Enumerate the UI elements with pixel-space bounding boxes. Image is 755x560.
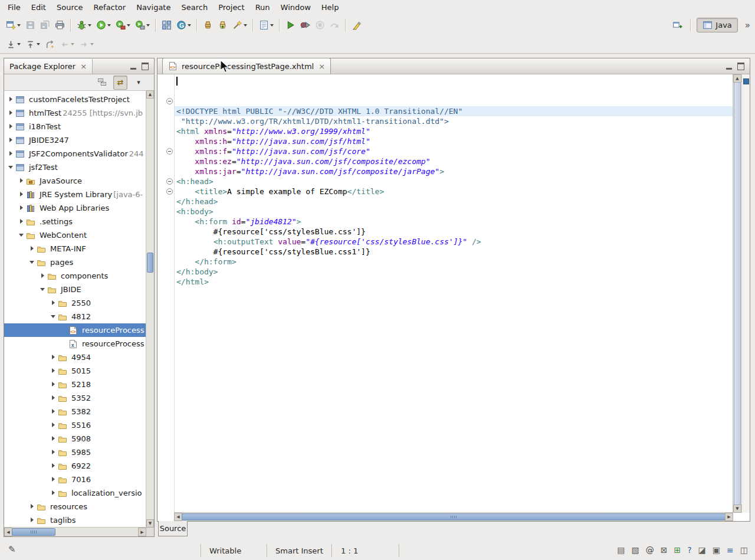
tree-item-meta-inf[interactable]: META-INF <box>4 242 146 256</box>
maximize-icon[interactable] <box>737 63 744 70</box>
minimize-icon[interactable] <box>130 63 136 70</box>
dropdown-caret-icon[interactable] <box>127 24 130 27</box>
dropdown-caret-icon[interactable] <box>37 43 40 45</box>
toolbar-overflow-chevron[interactable]: » <box>740 20 753 31</box>
expander-icon[interactable] <box>29 500 37 513</box>
menu-run[interactable]: Run <box>250 1 275 14</box>
scroll-up-icon[interactable]: ▲ <box>733 74 741 83</box>
menu-edit[interactable]: Edit <box>26 1 51 14</box>
menu-project[interactable]: Project <box>213 1 250 14</box>
minimize-icon[interactable] <box>726 63 732 70</box>
collapse-all-button[interactable] <box>95 76 109 90</box>
tree-item-5218[interactable]: 5218 <box>4 378 146 391</box>
code-line[interactable]: #{resource['css/stylesBlue.css']} <box>175 227 733 237</box>
menu-search[interactable]: Search <box>176 1 213 14</box>
expander-icon[interactable] <box>50 432 58 446</box>
tree-item-customfaceletstestproject[interactable]: customFaceletsTestProject <box>4 93 146 106</box>
expander-icon[interactable] <box>40 269 47 283</box>
dropdown-caret-icon[interactable] <box>146 24 150 27</box>
close-icon[interactable]: × <box>317 62 325 71</box>
code-line[interactable]: #{resource['css/stylesBlue.css1']} <box>175 247 733 257</box>
expander-icon[interactable] <box>50 296 58 310</box>
add-box-icon[interactable]: ⊞ <box>674 545 681 555</box>
dropdown-caret-icon[interactable] <box>88 24 91 27</box>
scroll-down-icon[interactable]: ▼ <box>733 505 741 513</box>
tree-item-5908[interactable]: 5908 <box>4 432 146 446</box>
expander-icon[interactable] <box>29 242 37 256</box>
scroll-up-icon[interactable]: ▲ <box>146 90 154 99</box>
expander-icon[interactable] <box>50 310 58 323</box>
editor-tab[interactable]: <> resourceProcessingTestPage.xhtml × <box>162 58 331 74</box>
scroll-left-icon[interactable]: ◀ <box>4 528 12 536</box>
menu-window[interactable]: Window <box>275 1 316 14</box>
dropdown-caret-icon[interactable] <box>244 24 247 27</box>
tree-item-resourceprocess[interactable]: xresourceProcess <box>4 337 146 351</box>
java-perspective-button[interactable]: Java <box>697 18 737 32</box>
import-jar-button[interactable] <box>201 17 215 34</box>
external-tools-button[interactable] <box>133 17 152 34</box>
fold-collapse-icon[interactable] <box>166 98 173 104</box>
tree-item-resources[interactable]: resources <box>4 500 146 513</box>
search-wand-button[interactable] <box>230 17 250 34</box>
run-history-button[interactable] <box>113 17 133 34</box>
code-line[interactable]: </html> <box>175 277 733 287</box>
expander-icon[interactable] <box>50 459 58 473</box>
tab-source[interactable]: Source <box>158 521 188 536</box>
new-web-project-button[interactable] <box>159 17 174 34</box>
expander-icon[interactable] <box>8 161 15 174</box>
tree-item-jsf2test[interactable]: jsf2Test <box>4 161 146 174</box>
tree-item-taglibs[interactable]: taglibs <box>4 513 146 527</box>
annotation-ruler[interactable] <box>157 74 165 513</box>
code-line[interactable]: xmlns:h="http://java.sun.com/jsf/html" <box>175 136 733 146</box>
tree-item-htmltest[interactable]: htmlTest 24255 [https://svn.jb <box>4 106 146 120</box>
dropdown-caret-icon[interactable] <box>17 43 21 45</box>
dropdown-caret-icon[interactable] <box>90 43 94 45</box>
tree-item-5015[interactable]: 5015 <box>4 364 146 378</box>
expander-icon[interactable] <box>40 283 47 296</box>
prev-annotation-button[interactable] <box>23 36 42 53</box>
expander-icon[interactable] <box>50 364 58 378</box>
expander-icon[interactable] <box>29 513 37 527</box>
link-with-editor-button[interactable]: ⇄ <box>113 76 127 90</box>
code-line[interactable]: xmlns:f="http://java.sun.com/jsf/core" <box>175 146 733 156</box>
fold-collapse-icon[interactable] <box>166 178 173 185</box>
scroll-thumb[interactable] <box>734 82 741 505</box>
next-annotation-button[interactable] <box>4 36 23 53</box>
dropdown-caret-icon[interactable] <box>17 24 21 27</box>
folding-ruler[interactable] <box>165 74 175 513</box>
overlay-icon[interactable]: ◪ <box>698 545 706 555</box>
palette-icon[interactable]: ▧ <box>631 545 639 555</box>
open-template-button[interactable] <box>257 17 276 34</box>
expander-icon[interactable] <box>50 391 58 405</box>
expander-icon[interactable] <box>18 201 26 215</box>
expander-icon[interactable] <box>50 446 58 459</box>
expander-icon[interactable] <box>50 378 58 391</box>
code-line[interactable]: <h:body> <box>175 207 733 217</box>
expander-icon[interactable] <box>50 351 58 364</box>
expander-icon[interactable] <box>8 93 15 106</box>
tree-item-jre-system-library[interactable]: JRE System Library [java-6- <box>4 188 146 201</box>
expander-icon[interactable] <box>18 215 26 228</box>
tree-item-2550[interactable]: 2550 <box>4 296 146 310</box>
debug-button[interactable] <box>74 17 94 34</box>
code-line[interactable]: </h:form> <box>175 257 733 267</box>
code-line[interactable]: <html xmlns="http://www.w3.org/1999/xhtm… <box>175 126 733 136</box>
tree-item-5352[interactable]: 5352 <box>4 391 146 405</box>
tree-item-localization-versio[interactable]: localization_versio <box>4 486 146 500</box>
overview-ruler[interactable] <box>741 74 750 513</box>
tree-item-4812[interactable]: 4812 <box>4 310 146 323</box>
close-icon[interactable]: × <box>79 62 87 71</box>
menu-help[interactable]: Help <box>316 1 344 14</box>
expander-icon[interactable] <box>18 228 26 242</box>
expander-icon[interactable] <box>8 133 15 147</box>
overview-annotation-marker[interactable] <box>743 78 749 84</box>
code-line[interactable]: </h:body> <box>175 267 733 277</box>
expander-icon[interactable] <box>8 106 15 120</box>
scroll-thumb[interactable] <box>182 513 726 520</box>
expander-icon[interactable] <box>50 405 58 418</box>
package-explorer-tab[interactable]: Package Explorer × <box>4 59 93 74</box>
tree-horizontal-scrollbar[interactable]: ◀ ▶ <box>4 527 146 536</box>
code-line[interactable]: <title>A simple example of EZComp</title… <box>175 186 733 197</box>
fold-collapse-icon[interactable] <box>166 148 173 155</box>
code-line[interactable]: <h:head> <box>175 176 733 186</box>
